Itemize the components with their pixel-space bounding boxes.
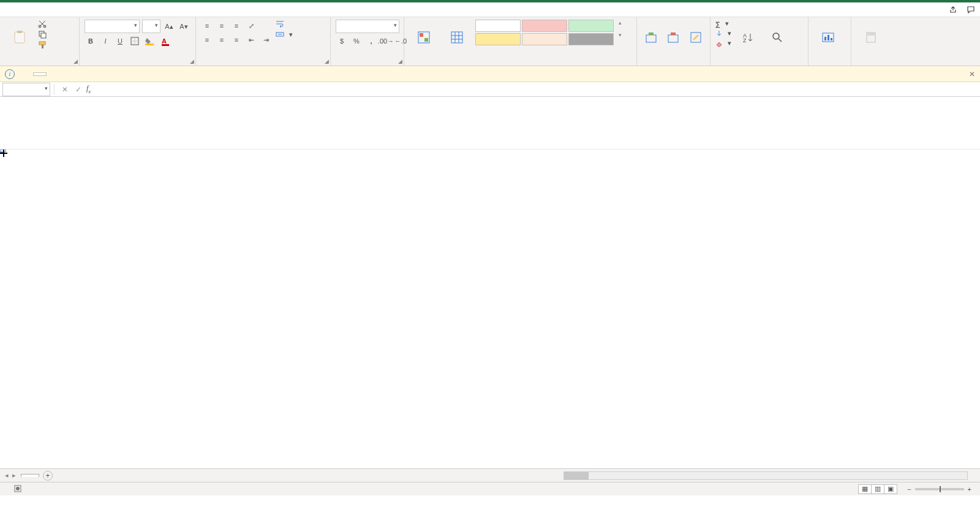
sheet-tab-active[interactable] [21,474,39,477]
analyze-icon [821,30,835,45]
paste-button[interactable] [5,20,34,56]
align-right-button[interactable]: ≡ [230,34,243,46]
dialog-launcher-icon[interactable]: ◢ [398,58,402,64]
align-left-button[interactable]: ≡ [201,34,213,46]
delete-cells-button[interactable] [664,20,682,56]
tab-nav-last[interactable]: ▸ [12,471,16,479]
svg-rect-32 [827,35,829,40]
style-bad[interactable] [522,20,567,32]
share-button[interactable] [949,6,959,14]
fill-button[interactable]: ▾ [715,29,731,37]
copy-button[interactable] [38,30,49,39]
align-top-button[interactable]: ≡ [201,20,213,32]
page-break-view-icon: ▣ [884,484,897,494]
clear-button[interactable]: ▾ [715,39,731,47]
autosum-button[interactable]: ∑ ▾ [715,20,731,28]
fill-color-button[interactable] [143,35,156,47]
dialog-launcher-icon[interactable]: ◢ [325,58,329,64]
number-format-combo[interactable] [336,20,399,33]
style-normal[interactable] [475,20,521,32]
macro-record-icon[interactable] [13,484,22,494]
svg-rect-35 [867,32,875,36]
decrease-indent-button[interactable]: ⇤ [245,34,257,46]
bold-button[interactable]: B [85,35,97,47]
svg-rect-0 [15,32,24,43]
font-name-combo[interactable] [85,20,140,33]
sort-filter-button[interactable]: AZ [735,20,761,56]
align-center-button[interactable]: ≡ [216,34,228,46]
svg-rect-6 [39,42,45,45]
delete-icon [666,30,680,45]
find-select-button[interactable] [764,20,790,56]
svg-rect-1 [17,31,22,33]
svg-rect-21 [646,35,656,42]
sensitivity-button[interactable] [856,20,886,56]
format-as-table-button[interactable] [442,20,472,56]
comma-button[interactable]: , [365,35,377,47]
align-bottom-button[interactable]: ≡ [230,20,243,32]
view-switcher[interactable]: ▦▥▣ [859,484,897,494]
zoom-out-button[interactable]: − [907,486,911,493]
styles-up-button[interactable]: ▴ [619,20,622,26]
zoom-in-button[interactable]: + [968,486,971,493]
conditional-formatting-button[interactable] [409,20,439,56]
styles-down-button[interactable]: ▾ [619,32,622,38]
font-color-button[interactable]: A [158,35,170,47]
zoom-slider[interactable] [915,488,964,490]
search-icon [770,30,785,45]
status-bar: ▦▥▣ − + [0,482,980,495]
add-sheet-button[interactable]: + [43,471,53,481]
comments-button[interactable] [967,6,976,14]
clipboard-icon [12,30,27,45]
shrink-font-button[interactable]: A▾ [178,20,190,32]
style-check-cell[interactable] [568,33,614,45]
formula-bar: ✕ ✓ [0,82,980,97]
update-now-button[interactable] [33,72,47,76]
borders-button[interactable] [129,35,141,47]
svg-rect-7 [42,45,43,48]
svg-rect-23 [668,35,678,42]
fill-icon [715,30,723,37]
cancel-formula-icon[interactable]: ✕ [62,85,68,94]
orientation-button[interactable]: ⤢ [245,20,257,32]
underline-button[interactable]: U [114,35,126,47]
percent-button[interactable]: % [350,35,363,47]
svg-rect-15 [424,38,428,42]
clear-icon [715,40,723,47]
cut-button[interactable] [38,20,49,28]
style-good[interactable] [568,20,614,32]
accounting-button[interactable]: $ [336,35,348,47]
spreadsheet-grid[interactable] [0,150,980,468]
tab-nav-first[interactable]: ◂ [5,471,9,479]
page-layout-view-icon: ▥ [871,484,884,494]
svg-rect-11 [145,44,154,45]
style-neutral[interactable] [475,33,521,45]
merge-center-button[interactable]: ▾ [276,30,293,39]
format-cells-button[interactable] [687,20,705,56]
increase-decimal-button[interactable]: .00→ [380,35,392,47]
info-icon: i [5,69,15,79]
align-middle-button[interactable]: ≡ [216,20,228,32]
font-size-combo[interactable] [142,20,160,33]
svg-point-37 [16,487,20,490]
analyze-data-button[interactable] [813,20,843,56]
insert-cells-button[interactable] [642,20,660,56]
increase-indent-button[interactable]: ⇥ [260,34,272,46]
style-calculation[interactable] [522,33,567,45]
wrap-text-button[interactable] [276,20,293,28]
horizontal-scrollbar[interactable] [564,471,968,480]
sheet-tab-bar: ◂ ▸ + [0,468,980,482]
dialog-launcher-icon[interactable]: ◢ [190,58,194,64]
sensitivity-icon [864,30,878,45]
fx-icon[interactable] [86,84,91,94]
close-icon[interactable]: ✕ [969,70,975,78]
dialog-launcher-icon[interactable]: ◢ [74,58,78,64]
sort-icon: AZ [741,30,755,45]
enter-formula-icon[interactable]: ✓ [75,85,81,94]
name-box[interactable] [2,83,50,96]
italic-button[interactable]: I [99,35,111,47]
format-painter-button[interactable] [38,40,49,49]
merge-icon [276,30,284,39]
grow-font-button[interactable]: A▴ [163,20,175,32]
svg-text:Z: Z [743,37,747,44]
